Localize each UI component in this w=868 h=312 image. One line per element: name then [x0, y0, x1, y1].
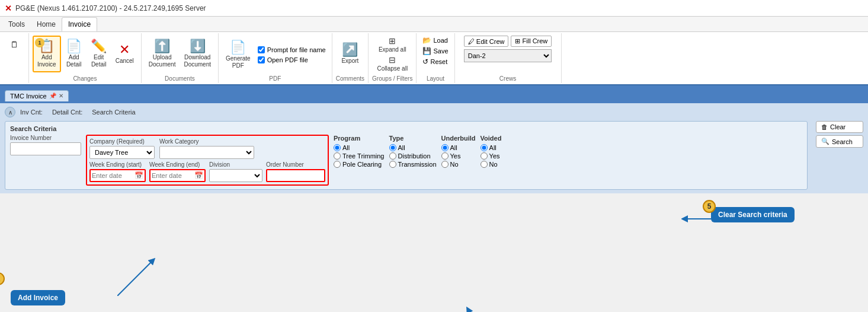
type-distribution-radio[interactable]: [389, 152, 396, 160]
voided-no-option[interactable]: No: [481, 161, 502, 168]
company-select[interactable]: Davey Tree: [89, 146, 155, 159]
menu-tools[interactable]: Tools: [2, 18, 31, 31]
add-invoice-button[interactable]: 1 📋 AddInvoice: [33, 36, 61, 72]
panel-header: ∧ Inv Cnt: Detail Cnt: Search Criteria: [5, 107, 863, 117]
crew-select[interactable]: Dan-2: [464, 49, 552, 62]
open-pdf-label: Open PDF file: [267, 56, 308, 63]
prompt-filename-input[interactable]: [258, 46, 265, 53]
week-ending-start-input[interactable]: [92, 172, 133, 179]
documents-group-label: Documents: [165, 74, 195, 82]
voided-yes-radio[interactable]: [481, 152, 488, 160]
search-criteria-box: Search Criteria Invoice Number Company (…: [5, 121, 808, 190]
detail-cnt-label: Detail Cnt:: [52, 109, 82, 116]
open-pdf-checkbox[interactable]: Open PDF file: [255, 56, 328, 64]
menu-invoice[interactable]: Invoice: [62, 17, 97, 31]
collapse-all-label: Collapse all: [377, 65, 408, 72]
order-number-input[interactable]: [266, 169, 325, 182]
program-trimming-radio[interactable]: [334, 152, 341, 160]
file-button[interactable]: 🗒: [4, 36, 25, 53]
program-radio-group: Program All Tree Trimming Pole Clearing: [334, 135, 385, 168]
download-label: DownloadDocument: [184, 54, 211, 68]
title-bar: ✕ PG&E (Nexus 1.461.2107.2100) - 24.5.21…: [0, 0, 868, 17]
program-all-option[interactable]: All: [334, 144, 385, 151]
underbuild-all-option[interactable]: All: [441, 144, 476, 151]
week-ending-end-wrap: 📅: [149, 169, 206, 182]
callout-badge-1: 1: [0, 272, 5, 285]
save-button[interactable]: 💾 Save: [420, 46, 450, 56]
edit-detail-icon: ✏️: [91, 40, 107, 53]
open-pdf-input[interactable]: [258, 56, 265, 63]
reset-button[interactable]: ↺ Reset: [420, 57, 450, 66]
ribbon-group-groupsfilters: ⊞ Expand all ⊟ Collapse all Groups / Fil…: [369, 33, 417, 83]
underbuild-all-radio[interactable]: [441, 144, 449, 151]
generate-pdf-button[interactable]: 📄 GeneratePDF: [222, 37, 254, 74]
callout-add-invoice-text: Add Invoice: [18, 294, 58, 302]
tmc-invoice-tab[interactable]: TMC Invoice 📌 ✕: [5, 90, 69, 101]
program-all-radio[interactable]: [334, 144, 341, 151]
callout-add-invoice-box: Add Invoice: [11, 290, 65, 305]
voided-all-option[interactable]: All: [481, 144, 502, 151]
prompt-filename-checkbox[interactable]: Prompt for file name: [255, 46, 328, 54]
criteria-title: Search Criteria: [10, 125, 802, 132]
calendar-end-icon[interactable]: 📅: [194, 171, 203, 180]
cancel-button[interactable]: ✕ Cancel: [112, 36, 137, 72]
file-icon: 🗒: [10, 40, 18, 49]
expand-all-button[interactable]: ⊞ Expand all: [374, 36, 410, 53]
program-clearing-option[interactable]: Pole Clearing: [334, 161, 385, 168]
edit-detail-button[interactable]: ✏️ EditDetail: [87, 36, 111, 72]
layout-group-label: Layout: [427, 74, 444, 82]
division-select[interactable]: [209, 169, 262, 182]
add-invoice-label: AddInvoice: [37, 54, 56, 68]
calendar-start-icon[interactable]: 📅: [134, 171, 143, 180]
load-label: Load: [433, 37, 447, 44]
pdf-group-label: PDF: [269, 74, 281, 82]
type-transmission-option[interactable]: Transmission: [389, 161, 437, 168]
underbuild-no-radio[interactable]: [441, 161, 449, 168]
type-distribution-option[interactable]: Distribution: [389, 152, 437, 160]
fill-crew-button[interactable]: ⊞ Fill Crew: [511, 36, 552, 47]
close-tab-icon[interactable]: ✕: [59, 93, 63, 99]
program-trimming-option[interactable]: Tree Trimming: [334, 152, 385, 160]
collapse-all-button[interactable]: ⊟ Collapse all: [374, 55, 410, 72]
type-title: Type: [389, 135, 437, 142]
type-all-option[interactable]: All: [389, 144, 437, 151]
work-category-select[interactable]: [159, 146, 254, 159]
underbuild-radio-group: Underbuild All Yes No: [441, 135, 476, 168]
collapse-button[interactable]: ∧: [5, 107, 15, 117]
download-icon: ⬇️: [190, 40, 206, 53]
invoice-number-input[interactable]: [10, 142, 81, 155]
week-ending-end-input[interactable]: [152, 172, 193, 179]
voided-yes-label: Yes: [489, 152, 500, 160]
search-button[interactable]: 🔍 Search: [816, 135, 863, 148]
voided-all-radio[interactable]: [481, 144, 488, 151]
underbuild-title: Underbuild: [441, 135, 476, 142]
type-transmission-radio[interactable]: [389, 161, 396, 168]
underbuild-yes-option[interactable]: Yes: [441, 152, 476, 160]
ribbon-group-changes: 1 📋 AddInvoice 📄 AddDetail ✏️ EditDetail…: [29, 33, 142, 83]
export-button[interactable]: ↗️ Export: [338, 36, 362, 72]
upload-document-button[interactable]: ⬆️ UploadDocument: [145, 36, 180, 72]
voided-yes-option[interactable]: Yes: [481, 152, 502, 160]
load-button[interactable]: 📂 Load: [420, 36, 450, 45]
callout-arrow-5: [681, 213, 711, 225]
program-clearing-radio[interactable]: [334, 161, 341, 168]
menu-home[interactable]: Home: [31, 18, 62, 31]
collapse-all-icon: ⊟: [389, 55, 396, 65]
type-all-radio[interactable]: [389, 144, 396, 151]
type-all-label: All: [398, 144, 405, 151]
program-title: Program: [334, 135, 385, 142]
add-detail-label: AddDetail: [66, 54, 82, 68]
edit-crew-button[interactable]: 🖊 Edit Crew: [464, 36, 509, 47]
underbuild-yes-radio[interactable]: [441, 152, 449, 160]
add-detail-button[interactable]: 📄 AddDetail: [62, 36, 86, 72]
pin-icon[interactable]: 📌: [49, 93, 56, 99]
ribbon-group-layout: 📂 Load 💾 Save ↺ Reset Layout: [417, 33, 454, 83]
voided-no-radio[interactable]: [481, 161, 488, 168]
download-document-button[interactable]: ⬇️ DownloadDocument: [180, 36, 214, 72]
ribbon-group-documents: ⬆️ UploadDocument ⬇️ DownloadDocument Do…: [142, 33, 219, 83]
underbuild-no-option[interactable]: No: [441, 161, 476, 168]
week-ending-start-group: Week Ending (start) 📅: [89, 161, 146, 182]
search-panel: ∧ Inv Cnt: Detail Cnt: Search Criteria S…: [0, 103, 868, 193]
clear-button[interactable]: 🗑 Clear: [816, 121, 863, 133]
tab-strip: TMC Invoice 📌 ✕: [0, 85, 868, 103]
